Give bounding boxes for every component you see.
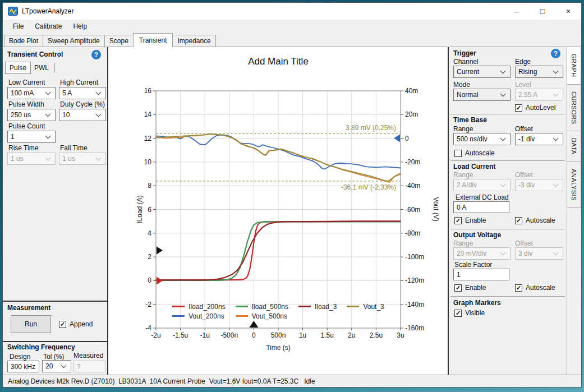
markers-visible-checkbox-row[interactable]: ✓ Visible bbox=[454, 309, 485, 317]
chevron-down-icon bbox=[45, 155, 51, 161]
append-label: Append bbox=[70, 320, 93, 328]
out-range-select: 20 mV/div bbox=[453, 247, 511, 260]
timebase-range-label: Range bbox=[453, 125, 473, 133]
y-right-tick-label: 0 bbox=[405, 135, 409, 142]
legend-swatch-Iload_3 bbox=[298, 306, 311, 307]
out-range-label: Range bbox=[453, 239, 473, 247]
out-autoscale-checkbox[interactable]: ✓ bbox=[515, 284, 522, 292]
y-right-tick-label: -100m bbox=[405, 253, 424, 261]
load-enable-checkbox[interactable]: ✓ bbox=[454, 217, 462, 224]
app-window: LTpowerAnalyzer – □ × File Calibrate Hel… bbox=[2, 2, 582, 388]
title-bar[interactable]: LTpowerAnalyzer – □ × bbox=[3, 3, 581, 20]
legend-swatch-Vout_200ns bbox=[172, 315, 185, 317]
legend-label: Iload_3 bbox=[315, 303, 337, 311]
transient-plot[interactable]: -2u-1.5u-1u-500n0500n1u1.5u2u2.5u3u16141… bbox=[108, 47, 448, 377]
autolevel-checkbox-row[interactable]: ✓ AutoLevel bbox=[515, 104, 555, 112]
tab-impedance[interactable]: Impedance bbox=[172, 35, 215, 47]
switching-frequency-header: Switching Frequency bbox=[7, 343, 75, 351]
menu-bar: File Calibrate Help bbox=[3, 20, 581, 33]
out-enable-checkbox[interactable]: ✓ bbox=[454, 284, 462, 292]
duty-cycle-select[interactable]: 10 bbox=[59, 109, 106, 121]
append-checkbox[interactable]: ✓ bbox=[59, 321, 66, 328]
subtab-pulse[interactable]: Pulse bbox=[5, 62, 31, 74]
out-autoscale-checkbox-row[interactable]: ✓ Autoscale bbox=[515, 284, 555, 292]
y-right-tick-label: -140m bbox=[405, 301, 424, 308]
high-current-select[interactable]: 5 A bbox=[59, 87, 106, 99]
chart-title[interactable]: Add Main Title bbox=[156, 56, 401, 67]
fall-time-label: Fall Time bbox=[60, 144, 88, 152]
trigger-mode-select[interactable]: Normal bbox=[453, 89, 511, 101]
graph-panel: Add Main Title -2u-1.5u-1u-500n0500n1u1.… bbox=[108, 47, 448, 375]
rise-time-label: Rise Time bbox=[8, 144, 38, 152]
subtab-pwl[interactable]: PWL bbox=[34, 63, 55, 73]
pulse-width-select[interactable]: 250 us bbox=[7, 109, 56, 121]
autolevel-label: AutoLevel bbox=[526, 104, 555, 112]
trigger-header: Trigger bbox=[453, 49, 476, 57]
tab-scope[interactable]: Scope bbox=[104, 35, 134, 47]
legend-swatch-Iload_200ns bbox=[172, 306, 185, 307]
timebase-autoscale-checkbox[interactable] bbox=[454, 150, 462, 157]
x-tick-label: 2.5u bbox=[370, 331, 383, 339]
side-tab-graph[interactable]: GRAPH bbox=[567, 47, 581, 85]
legend-item-Iload_500ns: Iload_500ns bbox=[236, 303, 288, 311]
legend-label: Vout_200ns bbox=[188, 312, 224, 320]
y-right-tick-label: 20m bbox=[405, 110, 418, 118]
separator bbox=[450, 229, 565, 229]
load-offset-label: Offset bbox=[515, 171, 533, 179]
timebase-autoscale-checkbox-row[interactable]: Autoscale bbox=[454, 149, 495, 157]
chevron-down-icon bbox=[500, 68, 506, 74]
timebase-offset-select[interactable]: -1 div bbox=[515, 133, 563, 145]
markers-visible-checkbox[interactable]: ✓ bbox=[454, 310, 462, 317]
trigger-help-icon[interactable]: ? bbox=[551, 49, 560, 58]
output-voltage-header: Output Voltage bbox=[453, 231, 501, 239]
graph-markers-header: Graph Markers bbox=[453, 299, 501, 307]
tab-sweep-amplitude[interactable]: Sweep Amplitude bbox=[43, 35, 105, 47]
side-tab-cursors[interactable]: CURSORS bbox=[567, 84, 581, 132]
chevron-down-icon bbox=[45, 133, 51, 139]
load-enable-checkbox-row[interactable]: ✓ Enable bbox=[454, 216, 486, 224]
chevron-down-icon bbox=[553, 136, 559, 141]
legend-item-Iload_3: Iload_3 bbox=[298, 303, 337, 311]
menu-help[interactable]: Help bbox=[67, 20, 93, 33]
load-autoscale-checkbox[interactable]: ✓ bbox=[515, 217, 522, 224]
autolevel-checkbox[interactable]: ✓ bbox=[515, 104, 522, 112]
tab-transient[interactable]: Transient bbox=[133, 33, 173, 47]
design-input[interactable]: 300 kHz bbox=[7, 361, 39, 372]
left-axis-label: ILoad (A) bbox=[136, 195, 144, 223]
external-dc-load-input[interactable]: 0 A bbox=[453, 201, 509, 213]
tab-bode-plot[interactable]: Bode Plot bbox=[4, 35, 43, 47]
x-tick-label: -2u bbox=[151, 331, 160, 339]
separator bbox=[450, 296, 565, 297]
window-title: LTpowerAnalyzer bbox=[22, 7, 73, 15]
separator bbox=[450, 114, 565, 114]
app-icon bbox=[8, 7, 18, 16]
x-axis-label: Time (s) bbox=[156, 344, 401, 352]
append-checkbox-row[interactable]: ✓ Append bbox=[59, 320, 93, 328]
tol-select[interactable]: 20 bbox=[42, 360, 71, 372]
run-button[interactable]: Run bbox=[11, 315, 51, 333]
menu-file[interactable]: File bbox=[7, 20, 29, 33]
close-button[interactable]: × bbox=[555, 3, 581, 20]
timebase-range-select[interactable]: 500 ns/div bbox=[453, 133, 511, 145]
menu-calibrate[interactable]: Calibrate bbox=[29, 20, 67, 33]
y-left-tick-label: 8 bbox=[148, 182, 151, 190]
side-tab-data[interactable]: DATA bbox=[567, 131, 581, 162]
minimize-button[interactable]: – bbox=[504, 3, 530, 20]
time-base-header: Time Base bbox=[453, 116, 487, 124]
pulse-count-select[interactable]: 1 bbox=[7, 131, 56, 143]
out-enable-checkbox-row[interactable]: ✓ Enable bbox=[454, 284, 486, 292]
low-current-select[interactable]: 100 mA bbox=[7, 87, 56, 99]
load-range-label: Range bbox=[453, 171, 473, 179]
trigger-edge-select[interactable]: Rising bbox=[515, 66, 563, 78]
load-autoscale-checkbox-row[interactable]: ✓ Autoscale bbox=[515, 216, 555, 224]
side-tab-analysis[interactable]: ANALYSIS bbox=[567, 162, 581, 208]
scale-factor-input[interactable]: 1 bbox=[453, 269, 509, 280]
transient-help-icon[interactable]: ? bbox=[91, 50, 101, 59]
y-left-tick-label: 12 bbox=[144, 135, 152, 142]
maximize-button[interactable]: □ bbox=[530, 3, 555, 20]
right-axis-label: Vout (V) bbox=[432, 197, 440, 221]
trigger-channel-select[interactable]: Current bbox=[453, 66, 511, 78]
design-label: Design bbox=[10, 353, 30, 361]
x-tick-label: 2u bbox=[348, 331, 355, 339]
fall-time-select: 1 us bbox=[59, 153, 106, 165]
